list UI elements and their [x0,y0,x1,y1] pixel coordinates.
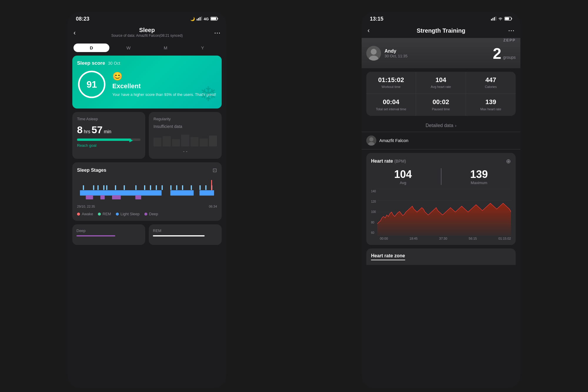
back-button-right[interactable]: ‹ [368,27,376,34]
groups-label: groups [503,55,516,60]
chart-start-time: 29/10, 22:35 [77,205,95,208]
deep-label: Deep [149,212,158,216]
regularity-bars [153,132,217,146]
tab-D[interactable]: D [74,44,109,52]
hr-unit: (BPM) [394,159,406,164]
sleep-score-title: Sleep score [77,60,105,66]
hrs-unit: hrs [84,129,90,134]
battery-icon-right [505,17,512,21]
svg-rect-24 [144,185,145,190]
hr-max-label: Maximum [447,181,511,185]
hr-chart-svg [377,189,511,236]
zoom-icon[interactable]: ⊕ [506,158,511,165]
status-bar-right: 13:15 [362,12,520,24]
more-button-right[interactable]: ⋯ [506,27,514,34]
bg-decoration: ❄ [200,82,217,106]
sleep-legend: Awake REM Light Sleep Deep [77,212,217,216]
svg-rect-6 [211,17,216,20]
tab-M[interactable]: M [148,44,183,52]
detailed-data-link[interactable]: Detailed data › [362,119,520,132]
svg-rect-5 [218,18,218,19]
ws-label-2: Calories [470,85,512,89]
reach-goal-label: Reach goal [77,143,141,148]
rem-label: REM [103,212,111,216]
svg-rect-10 [170,190,193,196]
sleep-minutes: 57 [91,124,103,136]
network-label: 4G [204,17,209,21]
page-title-left: Sleep [82,27,212,34]
workout-stat-0: 01:15:02 Workout time [366,72,416,94]
time-asleep-title: Time Asleep [77,117,141,121]
svg-rect-3 [201,16,202,21]
rem-card: REM [149,224,222,245]
svg-rect-9 [80,190,162,196]
expand-icon[interactable]: ⊡ [213,167,217,174]
svg-rect-14 [112,195,121,199]
rem-bar [153,235,205,236]
legend-light: Light Sleep [116,212,140,216]
hr-avg-item: 104 Avg [371,168,435,185]
reg-bar-7 [209,136,217,147]
svg-point-47 [369,137,373,141]
hr-divider [441,168,441,185]
reg-bar-5 [191,137,198,147]
insufficient-data-label: Insufficient data [153,124,217,129]
status-time-left: 08:23 [76,16,89,22]
sleep-chart-svg [77,177,217,203]
svg-rect-27 [162,185,163,190]
hr-title: Heart rate [371,159,393,164]
left-phone: 08:23 🌙 4G ‹ Sleep Source of dat [68,12,226,388]
user-details: Andy 30 Oct, 11:35 [385,49,407,58]
sleep-progress-bar: ▶ [77,139,141,141]
svg-rect-33 [205,185,206,190]
rem-title: REM [153,228,218,233]
hr-zone-title: Heart rate zone [371,253,405,260]
reg-bar-2 [163,136,171,146]
tab-W[interactable]: W [111,44,146,52]
ws-label-0: Workout time [370,85,412,89]
hr-x-1: 18:45 [410,237,418,240]
reg-bar-1 [153,138,161,146]
hr-y-80: 80 [371,221,376,224]
hr-y-axis: 140 120 100 80 60 [371,189,376,236]
sleep-hours: 8 [77,124,83,136]
user-avatar [366,46,381,61]
signal-bars-icon [197,16,202,21]
score-value: 91 [86,79,97,90]
hr-avg-label: Avg [371,181,435,185]
user-row: Andy 30 Oct, 11:35 2 groups [366,44,516,64]
back-button-left[interactable]: ‹ [74,29,82,37]
workout-stats-grid: 01:15:02 Workout time 104 Avg heart rate… [366,72,516,116]
ws-value-3: 00:04 [370,99,412,106]
sleep-stages-chart [77,177,217,203]
hr-chart-area [377,189,511,236]
legend-rem: REM [98,212,111,216]
deep-rem-row: Deep REM [72,224,222,245]
tab-Y[interactable]: Y [185,44,220,52]
hr-y-60: 60 [371,231,376,234]
svg-rect-25 [150,185,151,190]
more-button-left[interactable]: ⋯ [212,29,220,37]
hr-max-item: 139 Maximum [447,168,511,185]
hr-x-3: 56:15 [469,237,477,240]
deep-title: Deep [76,228,141,233]
svg-rect-37 [492,18,493,21]
ws-label-4: Paused time [420,107,462,111]
svg-rect-12 [86,195,93,199]
signal-icon-right [491,16,496,21]
workout-stat-3: 00:04 Total set interval time [366,94,416,116]
status-icons-left: 🌙 4G [190,16,218,21]
legend-awake: Awake [77,212,93,216]
status-time-right: 13:15 [370,16,383,22]
tab-bar-left: D W M Y [68,42,226,56]
hr-y-140: 140 [371,190,376,193]
svg-rect-15 [135,195,141,199]
svg-rect-2 [200,17,201,21]
regularity-title: Regularity [153,117,217,121]
reg-bar-3 [172,139,180,146]
svg-rect-36 [491,19,492,21]
user-name: Andy [385,49,407,54]
deep-bar [76,235,115,236]
workout-stat-1: 104 Avg heart rate [416,72,466,94]
svg-rect-32 [200,185,201,190]
